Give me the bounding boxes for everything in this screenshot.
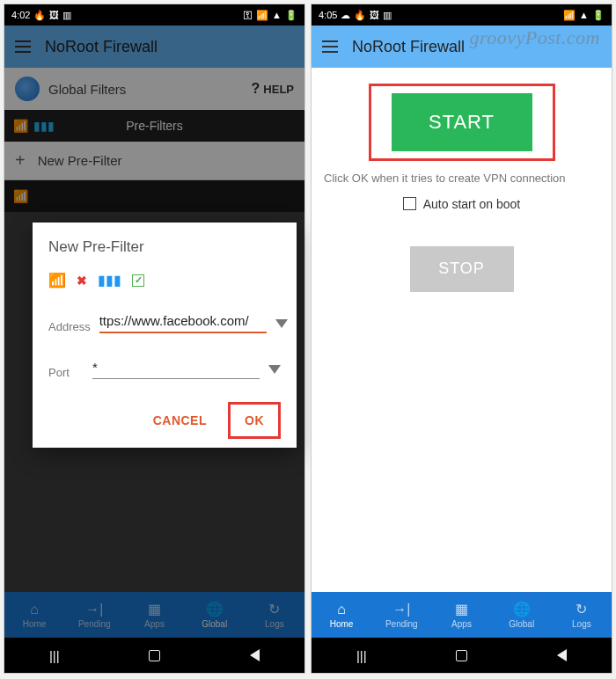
tab-logs[interactable]: ↻Logs [552,592,612,638]
hint-text: Click OK when it tries to create VPN con… [324,172,599,186]
new-pre-filter-dialog: New Pre-Filter 📶 ✖ ▮▮▮ ✓ Address Port CA… [33,223,297,448]
port-label: Port [48,366,84,379]
address-input[interactable] [99,310,267,333]
status-bar: 4:02 🔥 🖼 ▥ ⚿ 📶 ▲ 🔋 [4,4,304,26]
hamburger-menu-icon[interactable] [322,40,338,53]
clock: 4:02 [11,10,30,20]
status-icon: ▥ [62,10,71,21]
dropdown-icon[interactable] [275,319,288,328]
recent-apps-button[interactable]: ||| [356,648,367,663]
tab-home[interactable]: ⌂Home [312,592,371,638]
globe-icon: 🌐 [206,601,224,617]
bottom-nav: ⌂Home →|Pending ▦Apps 🌐Global ↻Logs [4,592,304,638]
stop-button[interactable]: STOP [410,246,514,292]
tab-global[interactable]: 🌐Global [492,592,552,638]
cell-bars-icon[interactable]: ▮▮▮ [98,272,121,288]
port-input[interactable] [92,356,260,379]
start-highlight-box: START [369,84,555,161]
home-button[interactable] [149,650,160,661]
apps-grid-icon: ▦ [148,601,161,617]
android-nav-bar: ||| [4,638,304,673]
apps-grid-icon: ▦ [455,601,468,617]
ok-button[interactable]: OK [231,405,278,436]
deny-icon[interactable]: ✖ [77,274,87,288]
home-button[interactable] [456,650,467,661]
status-bar: 4:05 ☁ 🔥 🖼 ▥ 📶 ▲ 🔋 [312,4,612,26]
tab-home[interactable]: ⌂Home [4,592,64,638]
status-icon: ▥ [383,10,392,21]
home-icon: ⌂ [337,602,346,617]
status-icon: ☁ [341,10,350,21]
pending-icon: →| [392,602,410,617]
status-icon: 🖼 [49,10,59,20]
tab-global[interactable]: 🌐Global [185,592,245,638]
wifi-icon: ▲ [579,10,589,20]
dialog-title: New Pre-Filter [48,238,281,256]
vpn-key-icon: ⚿ [243,10,253,20]
main-content: START Click OK when it tries to create V… [312,68,612,592]
status-icon: 🔥 [354,10,366,21]
allow-checkbox-icon[interactable]: ✓ [132,274,144,287]
dropdown-icon[interactable] [268,365,281,374]
back-button[interactable] [250,649,260,661]
auto-start-checkbox[interactable] [403,197,416,210]
signal-icon: 📶 [563,10,576,21]
history-icon: ↻ [576,601,587,617]
tab-pending[interactable]: →|Pending [371,592,431,638]
cancel-button[interactable]: CANCEL [139,402,221,439]
status-icon: 🖼 [370,10,379,20]
android-nav-bar: ||| [312,638,612,673]
pending-icon: →| [85,602,103,617]
right-screenshot: 4:05 ☁ 🔥 🖼 ▥ 📶 ▲ 🔋 NoRoot Firewall START… [311,4,612,674]
home-icon: ⌂ [30,602,39,617]
globe-icon: 🌐 [513,601,531,617]
tab-logs[interactable]: ↻Logs [245,592,304,638]
protocol-toggle-row: 📶 ✖ ▮▮▮ ✓ [48,272,281,288]
wifi-icon: ▲ [272,10,282,20]
tab-apps[interactable]: ▦Apps [431,592,491,638]
auto-start-label: Auto start on boot [423,197,521,211]
left-screenshot: 4:02 🔥 🖼 ▥ ⚿ 📶 ▲ 🔋 NoRoot Firewall Globa [4,4,305,674]
app-title: NoRoot Firewall [352,38,465,56]
clock: 4:05 [319,10,337,20]
back-button[interactable] [557,649,567,661]
history-icon: ↻ [268,601,280,617]
battery-icon: 🔋 [592,10,605,21]
status-icon: 🔥 [33,10,46,21]
app-bar: NoRoot Firewall [312,26,612,68]
wifi-icon[interactable]: 📶 [48,272,66,288]
battery-icon: 🔋 [285,10,297,21]
recent-apps-button[interactable]: ||| [49,648,60,663]
address-label: Address [48,320,91,333]
tab-pending[interactable]: →|Pending [64,592,124,638]
ok-highlight-box: OK [228,402,281,439]
tab-apps[interactable]: ▦Apps [124,592,184,638]
bottom-nav: ⌂Home →|Pending ▦Apps 🌐Global ↻Logs [312,592,612,638]
signal-icon: 📶 [256,10,268,21]
start-button[interactable]: START [392,93,532,151]
